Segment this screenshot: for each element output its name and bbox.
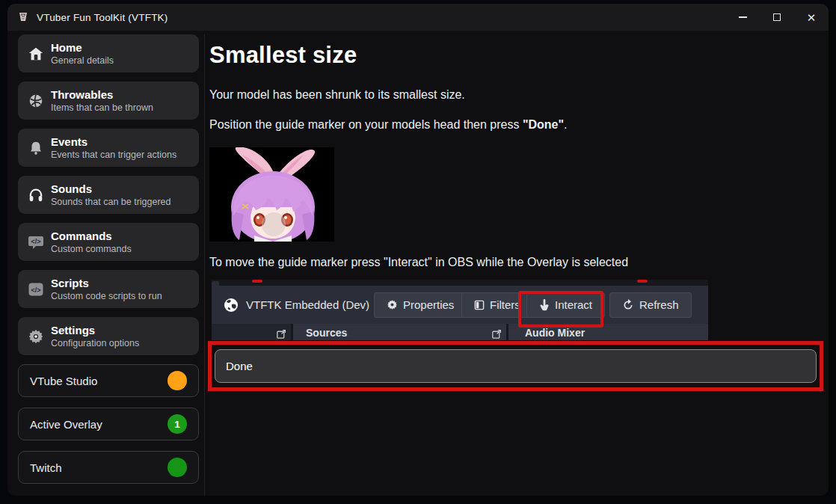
filters-icon bbox=[474, 300, 485, 310]
nav-label: Home bbox=[51, 40, 114, 55]
red-annotation-tick-left bbox=[252, 280, 262, 283]
home-icon bbox=[21, 46, 51, 62]
done-button[interactable]: Done bbox=[215, 349, 817, 383]
gear-icon bbox=[21, 328, 51, 345]
nav-subtitle: Events that can trigger actions bbox=[51, 149, 176, 161]
interact-hand-icon bbox=[539, 299, 550, 311]
nav-label: Scripts bbox=[51, 276, 162, 290]
instruction-line-3: To move the guide marker press "Interact… bbox=[209, 256, 628, 269]
nav-label: Commands bbox=[51, 229, 132, 243]
obs-screenshot: VTFTK Embedded (Dev) Properties Filters … bbox=[212, 280, 708, 340]
minimize-button[interactable] bbox=[725, 4, 760, 31]
nav-subtitle: Custom commands bbox=[51, 243, 132, 255]
sidebar-item-scripts[interactable]: </> ScriptsCustom code scripts to run bbox=[18, 270, 199, 308]
obs-refresh-label: Refresh bbox=[639, 298, 679, 311]
maximize-icon bbox=[773, 13, 781, 21]
chat-code-icon: </> bbox=[21, 233, 51, 251]
obs-properties-label: Properties bbox=[403, 298, 454, 311]
vtube-studio-status-dot bbox=[167, 371, 187, 390]
obs-interact-label: Interact bbox=[555, 298, 592, 311]
screenshot-stage: VTuber Fun ToolKit (VTFTK) ✕ HomeGeneral… bbox=[0, 0, 836, 504]
obs-filters-label: Filters bbox=[490, 298, 520, 311]
sidebar-item-commands[interactable]: </> CommandsCustom commands bbox=[18, 223, 199, 261]
maximize-button[interactable] bbox=[760, 4, 794, 31]
status-label: VTube Studio bbox=[30, 375, 97, 387]
app-logo-icon bbox=[17, 11, 29, 23]
status-label: Active Overlay bbox=[30, 418, 102, 431]
headphones-icon bbox=[21, 187, 51, 203]
minimize-icon bbox=[739, 16, 747, 18]
titlebar: VTuber Fun ToolKit (VTFTK) ✕ bbox=[7, 4, 829, 31]
bell-icon bbox=[21, 140, 51, 156]
obs-source-label: VTFTK Embedded (Dev) bbox=[246, 298, 369, 311]
sidebar-item-events[interactable]: EventsEvents that can trigger actions bbox=[18, 129, 199, 167]
obs-interact-button[interactable]: Interact bbox=[526, 292, 605, 318]
sidebar-item-vtube-studio[interactable]: VTube Studio bbox=[18, 364, 199, 397]
twitch-status-dot bbox=[167, 458, 187, 477]
obs-source-row: VTFTK Embedded (Dev) bbox=[224, 298, 369, 313]
obs-sources-panel-header: Sources bbox=[293, 324, 506, 340]
obs-audio-mixer-panel-header: Audio Mixer bbox=[508, 324, 708, 340]
obs-toolbar: VTFTK Embedded (Dev) Properties Filters … bbox=[212, 286, 708, 324]
globe-icon bbox=[224, 298, 239, 313]
ball-icon bbox=[21, 93, 51, 109]
sidebar-item-sounds[interactable]: SoundsSounds that can be triggered bbox=[18, 176, 199, 214]
window-title: VTuber Fun ToolKit (VTFTK) bbox=[37, 12, 168, 23]
obs-sources-title: Sources bbox=[306, 327, 347, 339]
popout-icon bbox=[492, 329, 502, 339]
instruction-line-2: Position the guide marker on your models… bbox=[209, 118, 568, 132]
gear-icon bbox=[387, 299, 398, 310]
nav-subtitle: Items that can be thrown bbox=[51, 102, 153, 114]
sidebar-item-settings[interactable]: SettingsConfiguration options bbox=[18, 317, 199, 355]
sidebar-item-active-overlay[interactable]: Active Overlay 1 bbox=[18, 408, 199, 440]
nav-subtitle: General details bbox=[51, 55, 114, 67]
code-square-icon: </> bbox=[21, 280, 51, 298]
svg-text:</>: </> bbox=[31, 238, 40, 245]
svg-text:</>: </> bbox=[31, 286, 40, 293]
nav-subtitle: Configuration options bbox=[51, 337, 139, 349]
app-window: VTuber Fun ToolKit (VTFTK) ✕ HomeGeneral… bbox=[7, 4, 829, 496]
window-controls: ✕ bbox=[725, 4, 829, 31]
sidebar-item-throwables[interactable]: ThrowablesItems that can be thrown bbox=[18, 82, 199, 120]
refresh-icon bbox=[622, 299, 634, 311]
red-annotation-tick-right bbox=[637, 280, 648, 283]
obs-panel-headers: Sources Audio Mixer bbox=[212, 324, 708, 340]
sidebar-item-home[interactable]: HomeGeneral details bbox=[18, 34, 199, 73]
nav-subtitle: Sounds that can be triggered bbox=[51, 196, 171, 208]
instruction-line-1: Your model has been shrunk to its smalle… bbox=[209, 88, 465, 102]
close-icon: ✕ bbox=[807, 12, 817, 23]
popout-icon bbox=[277, 329, 286, 339]
nav-label: Sounds bbox=[51, 182, 171, 196]
sidebar-item-twitch[interactable]: Twitch bbox=[18, 451, 199, 484]
nav-label: Events bbox=[51, 135, 176, 149]
obs-properties-button[interactable]: Properties bbox=[374, 292, 467, 318]
sidebar-divider bbox=[204, 34, 205, 496]
page-title: Smallest size bbox=[209, 42, 357, 69]
obs-filters-button[interactable]: Filters bbox=[461, 292, 533, 318]
model-preview-image bbox=[209, 147, 334, 242]
nav-label: Settings bbox=[51, 323, 139, 337]
status-label: Twitch bbox=[30, 461, 62, 474]
obs-panel-left bbox=[212, 324, 291, 340]
close-button[interactable]: ✕ bbox=[794, 4, 829, 31]
obs-audio-mixer-title: Audio Mixer bbox=[525, 327, 585, 339]
nav-label: Throwables bbox=[51, 87, 153, 102]
nav-subtitle: Custom code scripts to run bbox=[51, 290, 162, 302]
obs-refresh-button[interactable]: Refresh bbox=[609, 292, 692, 318]
active-overlay-count-badge: 1 bbox=[167, 414, 187, 434]
